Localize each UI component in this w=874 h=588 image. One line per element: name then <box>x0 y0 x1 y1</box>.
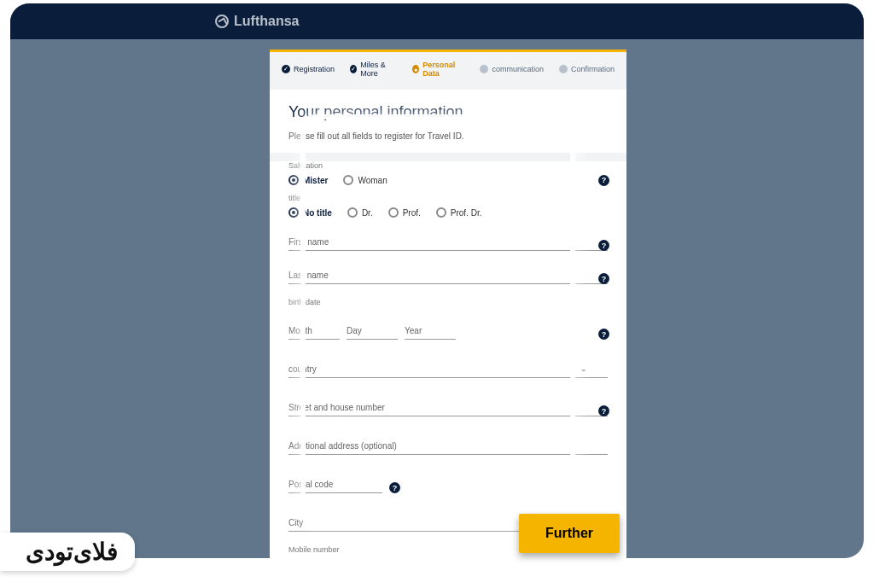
radio-dr[interactable]: Dr. <box>347 207 373 218</box>
dot-icon <box>559 65 568 73</box>
page-title: Your personal information <box>270 90 626 126</box>
brand-name: Lufthansa <box>234 14 299 29</box>
check-icon: ✓ <box>282 65 290 73</box>
stepper: ✓Registration ✓Miles & More ●Personal Da… <box>270 52 626 84</box>
brand-logo-icon <box>215 15 229 28</box>
year-input[interactable] <box>405 323 456 340</box>
brand: Lufthansa <box>215 14 299 29</box>
radio-mister[interactable]: Mister <box>288 175 328 185</box>
radio-icon <box>288 175 299 185</box>
birth-date-label: birth date <box>288 298 608 306</box>
salutation-radios: Mister Woman ? <box>288 175 608 185</box>
further-button[interactable]: Further <box>519 514 620 553</box>
form-panel: ✓Registration ✓Miles & More ●Personal Da… <box>270 49 626 558</box>
check-icon: ✓ <box>350 65 357 73</box>
app-card: Lufthansa ✓Registration ✓Miles & More ●P… <box>10 3 864 558</box>
radio-woman[interactable]: Woman <box>343 175 387 185</box>
help-icon[interactable]: ? <box>598 329 609 340</box>
first-name-input[interactable] <box>288 234 608 251</box>
topbar: Lufthansa <box>10 3 864 39</box>
form-area: Salutation Mister Woman ? title No title… <box>270 161 626 558</box>
salutation-label: Salutation <box>288 161 608 170</box>
radio-prof[interactable]: Prof. <box>388 207 421 218</box>
addr2-input[interactable] <box>288 438 608 455</box>
title-label: title <box>288 194 608 202</box>
step-personal-data[interactable]: ●Personal Data <box>412 61 464 78</box>
last-name-input[interactable] <box>288 267 608 284</box>
postal-input[interactable] <box>288 476 382 493</box>
radio-icon <box>347 207 358 218</box>
step-registration[interactable]: ✓Registration <box>282 61 335 78</box>
help-icon[interactable]: ? <box>598 405 609 416</box>
chevron-down-icon: ⌄ <box>580 364 587 373</box>
title-radios: No title Dr. Prof. Prof. Dr. <box>288 207 608 218</box>
street-input[interactable] <box>288 399 608 416</box>
radio-icon <box>436 207 446 218</box>
help-icon[interactable]: ? <box>389 482 400 493</box>
help-icon[interactable]: ? <box>598 273 609 284</box>
page-subtitle: Please fill out all fields to register f… <box>270 126 626 153</box>
radio-no-title[interactable]: No title <box>288 207 332 218</box>
month-input[interactable] <box>288 323 340 340</box>
watermark-badge: فلای‌تودی <box>0 533 135 571</box>
step-communication: communication <box>480 61 544 78</box>
help-icon[interactable]: ? <box>598 175 609 186</box>
radio-icon <box>343 175 353 185</box>
radio-icon <box>288 207 299 218</box>
day-input[interactable] <box>347 323 398 340</box>
help-icon[interactable]: ? <box>598 240 609 251</box>
dot-icon <box>480 65 488 73</box>
radio-prof-dr[interactable]: Prof. Dr. <box>436 207 482 218</box>
step-confirmation: Confirmation <box>559 61 615 78</box>
step-miles[interactable]: ✓Miles & More <box>350 61 397 78</box>
radio-icon <box>388 207 399 218</box>
dot-icon: ● <box>412 65 419 73</box>
country-select[interactable] <box>288 361 608 378</box>
